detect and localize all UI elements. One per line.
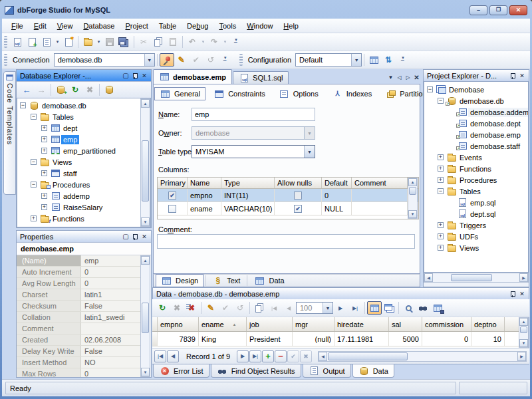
data-grid-scrollbar[interactable]: ▲ ▼ [519, 317, 529, 348]
data-header-sal[interactable]: sal [389, 317, 422, 331]
first-record-icon[interactable] [154, 350, 166, 362]
scroll-down-icon[interactable]: ▼ [519, 339, 528, 347]
dock-tab-find-object-results[interactable]: Find Object Results [211, 364, 301, 378]
menu-window[interactable]: Window [241, 20, 278, 32]
tab-indexes[interactable]: ⅄Indexes [327, 87, 378, 100]
data-header-mgr[interactable]: mgr [293, 317, 334, 331]
menu-view[interactable]: View [52, 20, 78, 32]
expand-icon[interactable]: + [31, 215, 37, 221]
panel-pin-icon[interactable] [508, 71, 517, 80]
data-header-commission[interactable]: commission [422, 317, 471, 331]
data-header-ename[interactable]: ename▴ [199, 317, 247, 331]
panel-close-icon[interactable] [517, 71, 527, 80]
collapse-icon[interactable]: − [20, 102, 26, 108]
column-header-type[interactable]: Type [221, 178, 275, 188]
column-default-cell[interactable]: 0 [322, 189, 352, 201]
column-default-cell[interactable]: NULL [322, 202, 352, 215]
column-comment-cell[interactable] [352, 189, 408, 201]
scroll-up-icon[interactable]: ▲ [519, 318, 528, 326]
find-data-icon[interactable] [416, 301, 430, 315]
database-tree-item-raisesalary[interactable]: +RaiseSalary [17, 201, 150, 213]
document-list-icon[interactable]: ▼ [387, 74, 394, 80]
data-cell-hiredate[interactable]: 17.11.1981 [334, 332, 389, 346]
data-row[interactable]: 7839KingPresident(null)17.11.19815000010 [152, 332, 519, 346]
primary-key-cell[interactable] [158, 202, 188, 215]
toolbar-overflow-icon[interactable]: ▼▔ [218, 53, 233, 66]
primary-key-checkbox[interactable] [168, 192, 176, 200]
property-row-max-rows[interactable]: Max Rows0 [17, 368, 140, 377]
project-tree-item-demobase-dept[interactable]: demobase.dept [424, 118, 528, 129]
database-tree-item-emp[interactable]: +emp [17, 134, 150, 145]
scroll-tabs-left-icon[interactable]: ◁ [396, 74, 403, 80]
configuration-combo[interactable]: Default ▼ [295, 53, 362, 66]
scroll-left-icon[interactable]: ◀ [424, 273, 433, 282]
data-cell-deptno[interactable]: 10 [471, 332, 505, 346]
column-header-comment[interactable]: Comment [352, 178, 408, 188]
property-row-name[interactable]: (Name)emp [17, 255, 140, 267]
scroll-right-icon[interactable]: ▶ [517, 352, 526, 361]
data-cell-mgr[interactable]: (null) [293, 332, 334, 346]
last-page-icon[interactable]: ▶| [348, 301, 362, 315]
project-tree-item-demobase-staff[interactable]: demobase.staff [424, 140, 528, 152]
dock-tab-data[interactable]: Data [352, 364, 394, 378]
view-tab-text[interactable]: §Text [207, 274, 245, 287]
export-data-icon[interactable] [430, 301, 445, 315]
database-tree-item-addemp[interactable]: +addemp [17, 190, 150, 201]
card-view-icon[interactable] [382, 301, 396, 315]
project-tree-item-events[interactable]: +Events [424, 152, 528, 163]
property-row-charset[interactable]: Charsetlatin1 [17, 289, 140, 301]
scroll-down-icon[interactable]: ▼ [408, 210, 417, 218]
project-tree-item-demobase-emp[interactable]: demobase.emp [424, 129, 528, 140]
data-grid[interactable]: empnoename▴jobmgrhiredatesalcommissionde… [152, 317, 519, 348]
primary-key-cell[interactable] [158, 189, 188, 201]
expand-icon[interactable]: + [438, 177, 444, 183]
data-cell-empno[interactable]: 7839 [158, 332, 199, 346]
chevron-down-icon[interactable]: ▼ [144, 54, 154, 66]
property-row-created[interactable]: Created02.06.2008 [17, 334, 140, 346]
tab-constraints[interactable]: Constraints [208, 87, 271, 100]
restore-icon[interactable] [489, 5, 507, 15]
quick-filter-icon[interactable] [401, 301, 416, 315]
property-row-delay-key-write[interactable]: Delay Key WriteFalse [17, 346, 140, 357]
panel-pin-icon[interactable] [508, 289, 517, 298]
copy-data-icon[interactable] [252, 301, 267, 315]
chevron-down-icon[interactable]: ▼ [323, 303, 332, 313]
column-header-allow-nulls[interactable]: Allow nulls [275, 178, 322, 188]
menu-file[interactable]: File [6, 20, 29, 32]
scroll-thumb[interactable] [409, 187, 416, 195]
toolbar-grip[interactable] [239, 54, 243, 66]
properties-header[interactable]: Properties [17, 231, 151, 243]
collapse-icon[interactable]: − [427, 86, 433, 92]
column-header-default[interactable]: Default [322, 178, 352, 188]
open-file-icon[interactable] [80, 35, 95, 49]
toolbar-overflow-icon[interactable]: ▼▔ [396, 53, 410, 66]
collapse-icon[interactable]: − [438, 98, 444, 104]
panel-close-icon[interactable] [140, 232, 149, 241]
panel-pin-icon[interactable] [130, 232, 140, 241]
menu-edit[interactable]: Edit [29, 20, 52, 32]
allow-nulls-cell[interactable] [275, 202, 322, 215]
project-tree-item-udfs[interactable]: +UDFs [424, 231, 528, 242]
allow-nulls-checkbox[interactable] [294, 205, 302, 213]
pin-connection-icon[interactable] [160, 53, 174, 66]
property-row-avg-row-length[interactable]: Avg Row Length0 [17, 278, 140, 289]
scroll-down-icon[interactable]: ▼ [141, 217, 150, 226]
panel-maximize-icon[interactable] [121, 232, 130, 241]
title-bar[interactable]: dbForge Studio for MySQL [2, 2, 530, 18]
close-document-icon[interactable]: ✕ [413, 74, 420, 81]
property-row-auto-increment[interactable]: Auto Increment0 [17, 267, 140, 278]
copy-icon[interactable] [151, 35, 166, 49]
data-header-hiredate[interactable]: hiredate [334, 317, 389, 331]
property-row-insert-method[interactable]: Insert MethodNO [17, 357, 140, 368]
new-file-icon[interactable] [61, 35, 76, 49]
prev-record-icon[interactable] [167, 350, 179, 362]
new-sql-icon[interactable] [10, 35, 25, 49]
scroll-thumb[interactable] [451, 274, 492, 281]
database-tree-item-demobase-db[interactable]: −demobase.db [17, 100, 150, 111]
column-name-cell[interactable]: empno [188, 189, 221, 201]
toolbar-grip[interactable] [4, 54, 7, 66]
connection-combo[interactable]: demobase.db ▼ [54, 53, 155, 66]
back-icon[interactable]: ← [19, 83, 34, 96]
remove-filter-icon[interactable]: ✖ [184, 301, 199, 315]
column-type-cell[interactable]: VARCHAR(10) [221, 202, 275, 215]
